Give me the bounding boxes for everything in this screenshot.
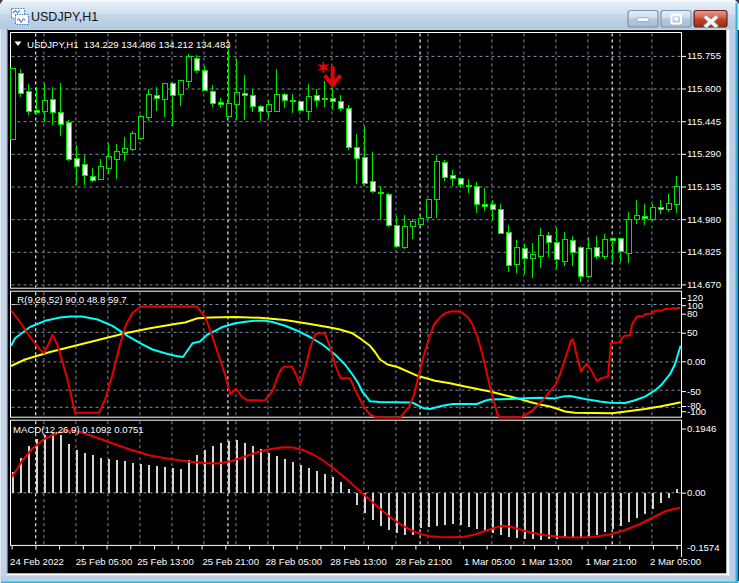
svg-text:MACD(12,26,9) 0.1092 0.0751: MACD(12,26,9) 0.1092 0.0751 xyxy=(13,424,144,435)
svg-text:1 Mar 21:00: 1 Mar 21:00 xyxy=(585,556,636,567)
svg-text:25 Feb 21:00: 25 Feb 21:00 xyxy=(202,556,259,567)
svg-text:24 Feb 2022: 24 Feb 2022 xyxy=(10,556,64,567)
svg-text:115.755: 115.755 xyxy=(687,50,721,61)
svg-text:25 Feb 13:00: 25 Feb 13:00 xyxy=(137,556,194,567)
svg-text:0.00: 0.00 xyxy=(687,356,706,367)
svg-text:115.135: 115.135 xyxy=(687,181,721,192)
svg-text:28 Feb 05:00: 28 Feb 05:00 xyxy=(266,556,323,567)
svg-text:-0.1574: -0.1574 xyxy=(687,542,720,553)
svg-text:50: 50 xyxy=(687,327,698,338)
svg-text:-100: -100 xyxy=(687,406,706,417)
svg-text:25 Feb 05:00: 25 Feb 05:00 xyxy=(76,556,133,567)
svg-text:USDJPY,H1 134.229 134.486 134: USDJPY,H1 134.229 134.486 134.212 134.48… xyxy=(27,39,231,50)
svg-text:115.445: 115.445 xyxy=(687,116,721,127)
svg-text:80: 80 xyxy=(687,308,698,319)
svg-text:114.825: 114.825 xyxy=(687,246,721,257)
svg-text:0.1946: 0.1946 xyxy=(687,423,716,434)
svg-text:115.600: 115.600 xyxy=(687,83,721,94)
svg-text:114.670: 114.670 xyxy=(687,279,721,290)
svg-text:USDJPY,H1: USDJPY,H1 xyxy=(31,10,98,24)
svg-text:1 Mar 13:00: 1 Mar 13:00 xyxy=(521,556,572,567)
svg-text:114.980: 114.980 xyxy=(687,214,721,225)
svg-text:1 Mar 05:00: 1 Mar 05:00 xyxy=(464,556,515,567)
svg-text:115.290: 115.290 xyxy=(687,148,721,159)
svg-text:2 Mar 05:00: 2 Mar 05:00 xyxy=(650,556,701,567)
svg-text:-50: -50 xyxy=(687,386,701,397)
svg-text:28 Feb 13:00: 28 Feb 13:00 xyxy=(330,556,387,567)
svg-text:28 Feb 21:00: 28 Feb 21:00 xyxy=(395,556,452,567)
svg-text:0.00: 0.00 xyxy=(687,487,706,498)
svg-text:_R(9,26,52) 90.0 48.8 59.7: _R(9,26,52) 90.0 48.8 59.7 xyxy=(11,294,127,305)
